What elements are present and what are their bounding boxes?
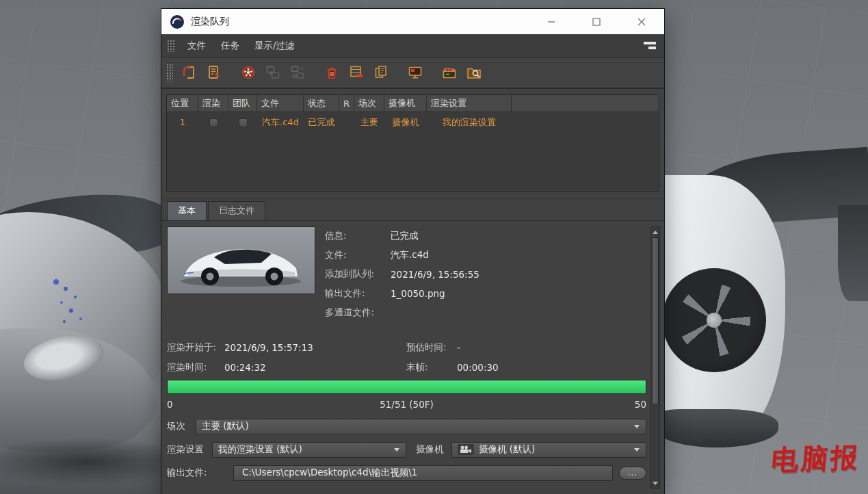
queue-list-area: 位置 渲染 团队 文件 状态 R 场次 摄像机 渲染设置 1 汽车.c4d 已完… [161, 89, 664, 192]
take-label: 场次 [167, 420, 196, 432]
duplicate-job-icon[interactable] [369, 60, 393, 85]
render-preview-thumbnail [167, 226, 315, 294]
column-filler [512, 95, 659, 112]
output-file-value: 1_0050.png [391, 288, 445, 299]
queue-row[interactable]: 1 汽车.c4d 已完成 主要 摄像机 我的渲染设置 [167, 112, 659, 132]
info-label: 信息: [325, 230, 391, 242]
output-file-row: 输出文件: C:\Users\cpcw\Desktop\c4d\输出视频\1 .… [167, 465, 646, 481]
open-scene-icon[interactable] [437, 60, 462, 85]
column-render-settings: 渲染设置 [427, 95, 512, 112]
column-file: 文件 [257, 95, 304, 112]
column-take: 场次 [354, 95, 384, 112]
file-value: 汽车.c4d [391, 249, 429, 261]
row-render-cell [198, 117, 228, 127]
column-r: R [339, 95, 354, 112]
render-settings-value: 我的渲染设置 (默认) [218, 443, 302, 456]
menu-tasks[interactable]: 任务 [213, 34, 247, 57]
minimize-button[interactable] [529, 9, 574, 34]
render-checkbox[interactable] [209, 118, 218, 127]
camera-value: 摄像机 (默认) [479, 443, 535, 456]
output-path-field[interactable]: C:\Users\cpcw\Desktop\c4d\输出视频\1 [233, 465, 613, 481]
render-progress-bar [167, 380, 646, 394]
details-tabbar: 基本 日志文件 [161, 202, 664, 220]
file-label: 文件: [325, 249, 391, 261]
render-progress-fill [168, 380, 646, 393]
chevron-down-icon [634, 448, 640, 452]
maximize-button[interactable] [574, 9, 619, 34]
column-render: 渲染 [198, 95, 228, 112]
range-current: 51/51 (50F) [327, 399, 487, 410]
details-top-row: 信息:已完成 文件:汽车.c4d 添加到队列:2021/6/9, 15:56:5… [167, 226, 646, 322]
render-time-label: 渲染时间: [167, 361, 224, 374]
menu-file[interactable]: 文件 [180, 34, 213, 57]
show-image-icon[interactable] [403, 60, 428, 85]
scrollbar-thumb[interactable] [652, 237, 659, 404]
open-job-icon[interactable] [177, 60, 202, 85]
remove-all-jobs-icon[interactable] [344, 60, 369, 85]
team-render-all-icon [285, 60, 310, 85]
output-path-label: 输出文件: [167, 467, 233, 479]
job-info: 信息:已完成 文件:汽车.c4d 添加到队列:2021/6/9, 15:56:5… [325, 226, 646, 322]
frame-range-row: 0 51/51 (50F) 50 [167, 398, 646, 411]
chevron-down-icon [394, 448, 399, 452]
queue-table-header: 位置 渲染 团队 文件 状态 R 场次 摄像机 渲染设置 [167, 95, 659, 112]
team-render-icon [261, 60, 285, 85]
take-value: 主要 (默认) [202, 420, 249, 432]
window-titlebar[interactable]: 渲染队列 [161, 9, 664, 34]
window-controls [529, 9, 664, 34]
take-row: 场次 主要 (默认) [167, 418, 646, 434]
menu-display-filter[interactable]: 显示/过滤 [247, 34, 302, 57]
team-checkbox[interactable] [239, 118, 248, 127]
queue-table: 位置 渲染 团队 文件 状态 R 场次 摄像机 渲染设置 1 汽车.c4d 已完… [166, 94, 659, 192]
take-dropdown[interactable]: 主要 (默认) [196, 419, 646, 434]
info-value: 已完成 [391, 230, 419, 242]
menu-bar: 文件 任务 显示/过滤 [161, 34, 664, 57]
details-scrollbar[interactable] [650, 226, 660, 489]
scroll-down-icon[interactable] [651, 478, 659, 488]
row-render-settings: 我的渲染设置 [427, 116, 512, 129]
multipass-label: 多通道文件: [325, 307, 391, 319]
car-model-left-blue-accents [53, 279, 59, 285]
render-started-label: 渲染开始于: [167, 341, 224, 354]
render-time-value: 00:24:32 [224, 362, 406, 373]
row-camera: 摄像机 [384, 116, 427, 129]
added-value: 2021/6/9, 15:56:55 [391, 269, 479, 280]
layout-icon[interactable] [644, 42, 656, 49]
tab-basic[interactable]: 基本 [167, 201, 207, 220]
estimated-time-label: 预估时间: [406, 341, 457, 354]
watermark: 电脑报 [770, 439, 861, 479]
chevron-down-icon [634, 425, 640, 428]
tab-log[interactable]: 日志文件 [208, 201, 265, 220]
column-team: 团队 [228, 95, 257, 112]
row-status: 已完成 [304, 116, 339, 129]
render-started-value: 2021/6/9, 15:57:13 [224, 342, 406, 353]
car-model-right-window [838, 205, 868, 301]
estimated-time-value: - [457, 342, 460, 353]
details-panel: 信息:已完成 文件:汽车.c4d 添加到队列:2021/6/9, 15:56:5… [161, 220, 664, 494]
car-model-right-hubcap [707, 313, 722, 328]
camera-dropdown[interactable]: 摄像机 (默认) [451, 442, 646, 458]
details-section: 基本 日志文件 [161, 198, 664, 494]
start-render-icon[interactable] [236, 60, 261, 85]
output-file-label: 输出文件: [325, 287, 391, 300]
range-start: 0 [167, 399, 327, 410]
render-queue-window: 渲染队列 文件 任务 显示/过滤 [161, 9, 664, 494]
toolbar [161, 57, 664, 89]
camera-label: 摄像机 [416, 443, 451, 456]
car-model-right-sill [655, 409, 778, 447]
render-queue-icon [170, 14, 185, 29]
last-frame-value: 00:00:30 [457, 362, 499, 373]
row-take: 主要 [354, 116, 384, 129]
close-button[interactable] [619, 9, 664, 34]
render-stats: 渲染开始于: 2021/6/9, 15:57:13 预估时间: - 渲染时间: … [167, 337, 646, 377]
render-settings-dropdown[interactable]: 我的渲染设置 (默认) [212, 442, 406, 458]
add-job-icon[interactable] [202, 60, 226, 85]
delete-job-icon[interactable] [319, 60, 344, 85]
scroll-up-icon[interactable] [651, 227, 659, 237]
reveal-output-icon[interactable] [462, 60, 486, 85]
row-file: 汽车.c4d [257, 116, 304, 129]
browse-button[interactable]: ... [619, 467, 646, 480]
menu-grip-handle[interactable] [167, 40, 175, 52]
toolbar-grip-handle[interactable] [166, 64, 173, 81]
row-team-cell [228, 117, 257, 127]
